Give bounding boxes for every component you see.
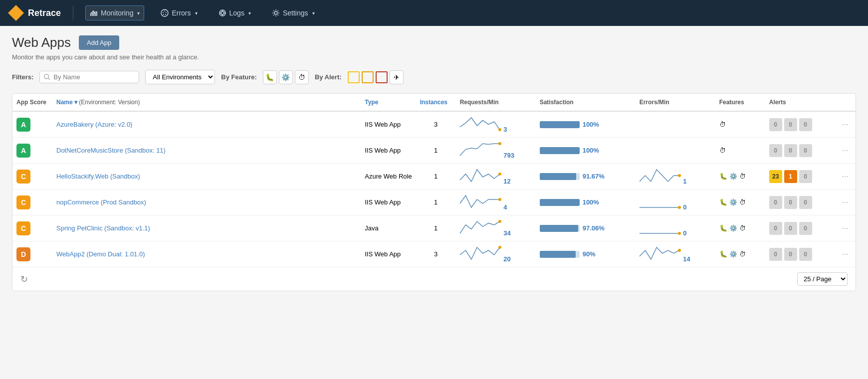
- add-app-button[interactable]: Add App: [79, 35, 119, 50]
- instances-cell: 1: [416, 215, 456, 241]
- search-input[interactable]: [53, 73, 123, 81]
- monitoring-icon: [90, 9, 98, 17]
- name-cell[interactable]: WebApp2 (Demo Dual: 1.01.0): [52, 241, 361, 267]
- feature-perf-icon-btn[interactable]: ⏱: [295, 70, 309, 84]
- more-button[interactable]: ···: [839, 249, 852, 259]
- satisfaction-bar-fill: [540, 225, 579, 232]
- svg-point-23: [678, 174, 681, 177]
- features-cell: 🐛 ⚙️ ⏱: [719, 198, 761, 206]
- more-button[interactable]: ···: [839, 171, 852, 182]
- feature-errors-icon-btn[interactable]: 🐛: [263, 70, 277, 84]
- features-col: 🐛 ⚙️ ⏱: [715, 215, 765, 241]
- alert-count: 0: [799, 222, 812, 235]
- alert-yellow-filter[interactable]: [348, 71, 360, 83]
- page-title: Web Apps: [12, 35, 71, 50]
- apps-tbody: A AzureBakery (Azure: v2.0) IIS Web App …: [12, 111, 856, 267]
- more-button[interactable]: ···: [839, 145, 852, 156]
- satisfaction-cell: 100%: [536, 138, 636, 164]
- satisfaction-bar-wrap: 100%: [540, 147, 632, 154]
- satisfaction-pct: 100%: [583, 198, 609, 206]
- app-name-link[interactable]: HelloStackify.Web (Sandbox): [56, 173, 140, 180]
- svg-rect-3: [95, 13, 96, 16]
- alerts-col: 000: [765, 111, 835, 138]
- nav-monitoring[interactable]: Monitoring ▾: [85, 5, 144, 20]
- svg-point-22: [498, 173, 501, 176]
- features-cell-empty: ⏱: [719, 121, 761, 128]
- name-cell[interactable]: Spring PetClinic (Sandbox: v1.1): [52, 215, 361, 241]
- alert-count: 0: [799, 248, 812, 261]
- more-button[interactable]: ···: [839, 223, 852, 233]
- timer-icon-only: ⏱: [719, 147, 726, 154]
- requests-chart: [460, 178, 500, 185]
- alert-count: 0: [799, 170, 812, 183]
- svg-point-7: [163, 12, 164, 13]
- name-cell[interactable]: HelloStackify.Web (Sandbox): [52, 164, 361, 190]
- brand: Retrace: [8, 5, 61, 21]
- requests-chart: [460, 126, 500, 133]
- alert-filter-icon-btn[interactable]: ✈: [390, 70, 404, 84]
- errors-num: 1: [683, 178, 686, 185]
- score-badge: A: [16, 118, 30, 132]
- satisfaction-bar-wrap: 90%: [540, 250, 632, 258]
- satisfaction-bar-wrap: 97.06%: [540, 224, 632, 232]
- errors-cell: 0: [636, 190, 715, 215]
- errors-cell: 1: [636, 164, 715, 190]
- requests-num: 4: [503, 203, 507, 211]
- th-alerts: Alerts: [765, 94, 835, 111]
- app-name-link[interactable]: Spring PetClinic (Sandbox: v1.1): [56, 224, 150, 232]
- alert-orange-filter[interactable]: [362, 71, 374, 83]
- errors-chart: [640, 229, 679, 237]
- type-cell: IIS Web App: [361, 241, 416, 267]
- svg-point-17: [274, 11, 277, 14]
- instances-cell: 1: [416, 138, 456, 164]
- page-size-select[interactable]: 25 / Page 50 / Page 100 / Page: [797, 272, 848, 286]
- nav-settings[interactable]: Settings ▾: [267, 5, 319, 20]
- th-instances: Instances: [416, 94, 456, 111]
- requests-chart: [460, 152, 500, 159]
- nav-errors[interactable]: Errors ▾: [156, 5, 202, 20]
- alert-red-filter[interactable]: [376, 71, 388, 83]
- features-cell: 🐛 ⚙️ ⏱: [719, 250, 761, 258]
- instances-cell: 3: [416, 111, 456, 138]
- errors-chart: [640, 255, 679, 263]
- score-badge: D: [16, 247, 30, 261]
- nav-logs[interactable]: Logs ▾: [214, 5, 255, 20]
- table-row: C nopCommerce (Prod Sandbox) IIS Web App…: [12, 190, 856, 215]
- app-name-link[interactable]: DotNetCoreMusicStore (Sandbox: 11): [56, 147, 166, 154]
- environment-select[interactable]: All Environments Azure Sandbox Productio…: [145, 70, 215, 84]
- settings-caret: ▾: [312, 10, 315, 16]
- more-actions-cell[interactable]: ···: [835, 190, 856, 215]
- more-actions-cell[interactable]: ···: [835, 111, 856, 138]
- more-actions-cell[interactable]: ···: [835, 164, 856, 190]
- alert-count: 0: [784, 118, 797, 131]
- more-actions-cell[interactable]: ···: [835, 138, 856, 164]
- app-name-link[interactable]: AzureBakery (Azure: v2.0): [56, 121, 132, 128]
- more-button[interactable]: ···: [839, 119, 852, 130]
- search-wrapper[interactable]: [39, 71, 139, 83]
- timer-icon: ⏱: [739, 198, 746, 206]
- name-cell[interactable]: AzureBakery (Azure: v2.0): [52, 111, 361, 138]
- monitoring-caret: ▾: [137, 10, 140, 16]
- refresh-icon[interactable]: ↻: [20, 274, 28, 285]
- alert-count: 0: [799, 144, 812, 157]
- satisfaction-bar: [540, 199, 580, 206]
- feature-logs-icon-btn[interactable]: ⚙️: [279, 70, 293, 84]
- app-name-link[interactable]: WebApp2 (Demo Dual: 1.01.0): [56, 250, 145, 258]
- requests-chart: [460, 203, 500, 211]
- requests-cell: 4: [456, 190, 536, 215]
- more-button[interactable]: ···: [839, 197, 852, 207]
- more-actions-cell[interactable]: ···: [835, 215, 856, 241]
- instances-cell: 1: [416, 190, 456, 215]
- name-cell[interactable]: nopCommerce (Prod Sandbox): [52, 190, 361, 215]
- more-actions-cell[interactable]: ···: [835, 241, 856, 267]
- app-name-link[interactable]: nopCommerce (Prod Sandbox): [56, 198, 146, 206]
- cog-icon: ⚙️: [729, 198, 737, 206]
- score-badge: C: [16, 195, 30, 209]
- features-col: ⏱: [715, 138, 765, 164]
- requests-num: 34: [503, 229, 510, 237]
- satisfaction-bar-fill: [540, 173, 576, 180]
- name-cell[interactable]: DotNetCoreMusicStore (Sandbox: 11): [52, 138, 361, 164]
- svg-point-21: [498, 142, 501, 145]
- score-badge: C: [16, 170, 30, 184]
- requests-num: 12: [503, 178, 510, 185]
